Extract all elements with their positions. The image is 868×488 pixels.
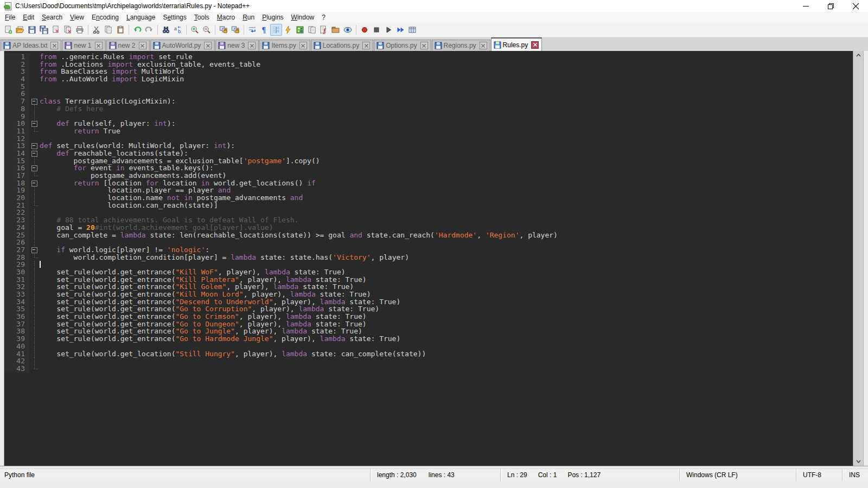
macro-save-icon[interactable] — [406, 24, 418, 36]
replace-icon[interactable]: ab — [172, 24, 184, 36]
tab-close-icon[interactable] — [139, 42, 146, 49]
code-editor[interactable]: 1from ..generic.Rules import set_rule2fr… — [4, 51, 853, 466]
scroll-down-icon[interactable] — [853, 457, 863, 466]
tab-locations-py[interactable]: Locations.py — [311, 40, 373, 51]
menu-plugins[interactable]: Plugins — [258, 12, 287, 22]
scroll-up-icon[interactable] — [853, 51, 863, 60]
code-line[interactable]: 6 — [4, 90, 853, 98]
code-line[interactable]: 36 set_rule(world.get_entrance("Go to Cr… — [4, 313, 853, 320]
code-line[interactable]: 28 world.completion_condition[player] = … — [4, 254, 853, 261]
zoom-in-icon[interactable] — [189, 24, 201, 36]
sync-horizontal-scroll-icon[interactable] — [229, 24, 241, 36]
code-line[interactable]: 15 postgame_advancements = exclusion_tab… — [4, 157, 853, 165]
menu-run[interactable]: Run — [239, 12, 258, 22]
code-line[interactable]: 27 if world.logic[player] != 'nologic': — [4, 246, 853, 254]
code-line[interactable]: 5 — [4, 83, 853, 91]
code-line[interactable]: 9 — [4, 113, 853, 120]
tab-items-py[interactable]: Items.py — [259, 40, 310, 51]
document-list-icon[interactable] — [306, 24, 318, 36]
print-icon[interactable] — [74, 24, 86, 36]
save-all-icon[interactable] — [38, 24, 50, 36]
fold-collapse-icon[interactable] — [30, 120, 40, 127]
menu-search[interactable]: Search — [38, 12, 66, 22]
tab-options-py[interactable]: Options.py — [374, 40, 431, 51]
tab-close-icon[interactable] — [420, 42, 428, 49]
fold-collapse-icon[interactable] — [30, 150, 40, 157]
code-line[interactable]: 12 — [4, 135, 853, 143]
undo-icon[interactable] — [131, 24, 143, 36]
code-line[interactable]: 16 for event in events_table.keys(): — [4, 164, 853, 172]
code-line[interactable]: 42 — [4, 357, 853, 365]
code-line[interactable]: 26 — [4, 239, 853, 246]
tab-autoworld-py[interactable]: AutoWorld.py — [150, 40, 215, 51]
menu-encoding[interactable]: Encoding — [88, 12, 123, 22]
new-file-icon[interactable] — [2, 24, 14, 36]
fold-collapse-icon[interactable] — [30, 164, 40, 172]
code-line[interactable]: 34 set_rule(world.get_entrance("Descend … — [4, 298, 853, 306]
code-line[interactable]: 40 — [4, 343, 853, 350]
code-line[interactable]: 20 location.name not in postgame_advance… — [4, 194, 853, 202]
code-line[interactable]: 21 location.can_reach(state)] — [4, 202, 853, 209]
tab-close-icon[interactable] — [50, 42, 58, 49]
code-line[interactable]: 37 set_rule(world.get_entrance("Go to Du… — [4, 320, 853, 328]
document-map-icon[interactable] — [294, 24, 306, 36]
menu-settings[interactable]: Settings — [159, 12, 190, 22]
code-line[interactable]: 17 postgame_advancements.add(event) — [4, 172, 853, 179]
close-all-icon[interactable] — [62, 24, 74, 36]
tab-close-icon[interactable] — [480, 42, 487, 49]
code-line[interactable]: 3from BaseClasses import MultiWorld — [4, 68, 853, 75]
vertical-scrollbar[interactable] — [853, 51, 863, 466]
fold-collapse-icon[interactable] — [30, 179, 40, 187]
show-indent-guide-icon[interactable] — [270, 24, 282, 36]
code-line[interactable]: 29 — [4, 261, 853, 268]
tab-new-3[interactable]: new 3 — [215, 40, 259, 51]
fold-collapse-icon[interactable] — [30, 142, 40, 150]
code-line[interactable]: 4from ..AutoWorld import LogicMixin — [4, 75, 853, 83]
macro-stop-icon[interactable] — [371, 24, 382, 36]
user-defined-language-icon[interactable] — [282, 24, 294, 36]
code-line[interactable]: 32 set_rule(world.get_entrance("Kill Gol… — [4, 283, 853, 291]
tab-rules-py[interactable]: Rules.py — [491, 37, 542, 51]
code-line[interactable]: 43 — [4, 365, 853, 373]
macro-play-icon[interactable] — [382, 24, 394, 36]
fold-collapse-icon[interactable] — [30, 246, 40, 254]
save-icon[interactable] — [26, 24, 38, 36]
cut-icon[interactable] — [91, 24, 103, 36]
fold-collapse-icon[interactable] — [30, 98, 40, 105]
code-line[interactable]: 39 set_rule(world.get_entrance("Go to Ha… — [4, 335, 853, 343]
code-line[interactable]: 19 location.player == player and — [4, 187, 853, 194]
word-wrap-icon[interactable] — [246, 24, 258, 36]
code-line[interactable]: 33 set_rule(world.get_entrance("Kill Moo… — [4, 291, 853, 298]
tab-close-icon[interactable] — [248, 42, 256, 49]
find-icon[interactable] — [160, 24, 172, 36]
code-line[interactable]: 30 set_rule(world.get_entrance("Kill WoF… — [4, 268, 853, 276]
tab-new-2[interactable]: new 2 — [106, 40, 150, 51]
menu-language[interactable]: Language — [123, 12, 159, 22]
tab-regions-py[interactable]: Regions.py — [432, 40, 490, 51]
menu-tools[interactable]: Tools — [190, 12, 213, 22]
redo-icon[interactable] — [143, 24, 155, 36]
macro-record-icon[interactable] — [359, 24, 371, 36]
tab-close-icon[interactable] — [362, 42, 370, 49]
code-line[interactable]: 2from .Locations import exclusion_table,… — [4, 61, 853, 68]
monitoring-icon[interactable] — [342, 24, 354, 36]
macro-run-multiple-icon[interactable] — [394, 24, 406, 36]
code-line[interactable]: 38 set_rule(world.get_entrance("Go to Ju… — [4, 328, 853, 335]
scrollbar-track[interactable] — [853, 60, 863, 457]
copy-icon[interactable] — [103, 24, 114, 36]
code-line[interactable]: 23 # 88 total achievements. Goal is to d… — [4, 216, 853, 224]
zoom-out-icon[interactable] — [201, 24, 213, 36]
code-line[interactable]: 14 def reachable_locations(state): — [4, 150, 853, 157]
folder-as-workspace-icon[interactable] — [330, 24, 342, 36]
code-line[interactable]: 24 goal = 20#int(world.achievement_goal[… — [4, 224, 853, 232]
code-line[interactable]: 8 # Defs here — [4, 105, 853, 113]
menu-macro[interactable]: Macro — [213, 12, 239, 22]
code-line[interactable]: 1from ..generic.Rules import set_rule — [4, 53, 853, 61]
menu-file[interactable]: File — [1, 12, 19, 22]
code-line[interactable]: 35 set_rule(world.get_entrance("Go to Co… — [4, 305, 853, 313]
tab-close-icon[interactable] — [204, 42, 212, 49]
tab-ap-ideas-txt[interactable]: AP Ideas.txt — [1, 40, 61, 51]
tab-close-icon[interactable] — [531, 41, 539, 49]
code-line[interactable]: 7class TerrariaLogic(LogicMixin): — [4, 98, 853, 105]
tab-close-icon[interactable] — [299, 42, 307, 49]
